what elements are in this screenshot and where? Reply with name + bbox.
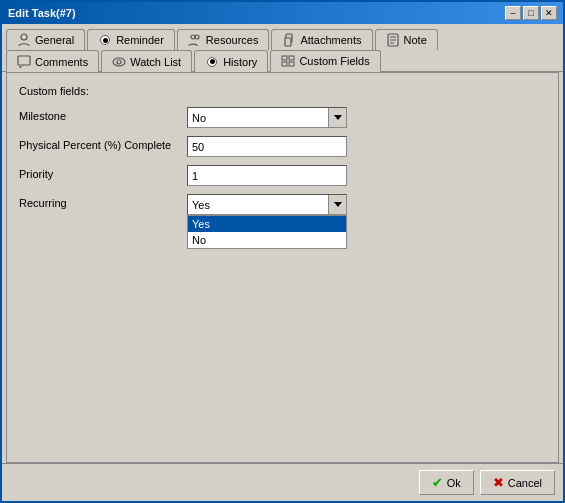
tab-general-label: General [35, 34, 74, 46]
tab-attachments[interactable]: Attachments [271, 29, 372, 50]
svg-rect-15 [289, 62, 294, 66]
recurring-label: Recurring [19, 194, 179, 209]
svg-rect-9 [18, 56, 30, 65]
minimize-button[interactable]: – [505, 6, 521, 20]
recurring-arrow-icon [334, 202, 342, 207]
tab-reminder-label: Reminder [116, 34, 164, 46]
recurring-option-no[interactable]: No [188, 232, 346, 248]
tab-general[interactable]: General [6, 29, 85, 50]
priority-input[interactable] [187, 165, 347, 186]
tab-row-1: General Reminder Resources Attachments N… [2, 24, 563, 49]
ok-label: Ok [447, 477, 461, 489]
tab-history-label: History [223, 56, 257, 68]
priority-label: Priority [19, 165, 179, 180]
recurring-dropdown-list: Yes No [187, 215, 347, 249]
cancel-label: Cancel [508, 477, 542, 489]
customfields-icon [281, 54, 295, 68]
tab-watchlist-label: Watch List [130, 56, 181, 68]
tab-comments-label: Comments [35, 56, 88, 68]
milestone-value: No [188, 110, 328, 126]
svg-point-1 [191, 35, 195, 39]
tab-row-2: Comments Watch List History Custom Field… [2, 49, 563, 72]
tab-note-label: Note [404, 34, 427, 46]
form-grid: Milestone No Physical Percent (%) Comple… [19, 107, 546, 215]
milestone-dropdown[interactable]: No [187, 107, 347, 128]
recurring-option-yes[interactable]: Yes [188, 216, 346, 232]
physical-percent-input[interactable] [187, 136, 347, 157]
ok-check-icon: ✔ [432, 475, 443, 490]
tab-watchlist[interactable]: Watch List [101, 50, 192, 72]
history-icon [205, 55, 219, 69]
milestone-dropdown-wrapper: No [187, 107, 546, 128]
general-icon [17, 33, 31, 47]
note-icon [386, 33, 400, 47]
content-area: Custom fields: Milestone No Physical Per… [6, 72, 559, 463]
recurring-dropdown-btn[interactable] [328, 195, 346, 214]
recurring-value: Yes [188, 197, 328, 213]
attachments-icon [282, 33, 296, 47]
tab-resources-label: Resources [206, 34, 259, 46]
milestone-label: Milestone [19, 107, 179, 122]
physical-percent-label: Physical Percent (%) Complete [19, 136, 179, 151]
svg-point-0 [21, 34, 27, 40]
tab-comments[interactable]: Comments [6, 50, 99, 72]
cancel-x-icon: ✖ [493, 475, 504, 490]
resources-icon [188, 33, 202, 47]
svg-rect-12 [282, 56, 287, 60]
svg-rect-13 [289, 56, 294, 60]
tab-reminder[interactable]: Reminder [87, 29, 175, 50]
tab-customfields[interactable]: Custom Fields [270, 50, 380, 72]
svg-rect-14 [282, 62, 287, 66]
tab-attachments-label: Attachments [300, 34, 361, 46]
recurring-dropdown[interactable]: Yes [187, 194, 347, 215]
tab-customfields-label: Custom Fields [299, 55, 369, 67]
recurring-dropdown-wrapper: Yes Yes No [187, 194, 546, 215]
title-bar-buttons: – □ ✕ [505, 6, 557, 20]
tab-note[interactable]: Note [375, 29, 438, 50]
reminder-icon [98, 33, 112, 47]
section-label: Custom fields: [19, 85, 546, 97]
svg-point-10 [113, 58, 125, 66]
title-bar: Edit Task(#7) – □ ✕ [2, 2, 563, 24]
cancel-button[interactable]: ✖ Cancel [480, 470, 555, 495]
window-title: Edit Task(#7) [8, 7, 76, 19]
milestone-dropdown-btn[interactable] [328, 108, 346, 127]
close-button[interactable]: ✕ [541, 6, 557, 20]
svg-rect-4 [285, 38, 291, 46]
ok-button[interactable]: ✔ Ok [419, 470, 474, 495]
maximize-button[interactable]: □ [523, 6, 539, 20]
svg-point-11 [117, 60, 121, 64]
comments-icon [17, 55, 31, 69]
tab-history[interactable]: History [194, 50, 268, 72]
milestone-arrow-icon [334, 115, 342, 120]
bottom-bar: ✔ Ok ✖ Cancel [2, 463, 563, 501]
watchlist-icon [112, 55, 126, 69]
window: Edit Task(#7) – □ ✕ General Reminder Res… [0, 0, 565, 503]
svg-point-2 [195, 35, 199, 39]
tab-resources[interactable]: Resources [177, 29, 270, 50]
